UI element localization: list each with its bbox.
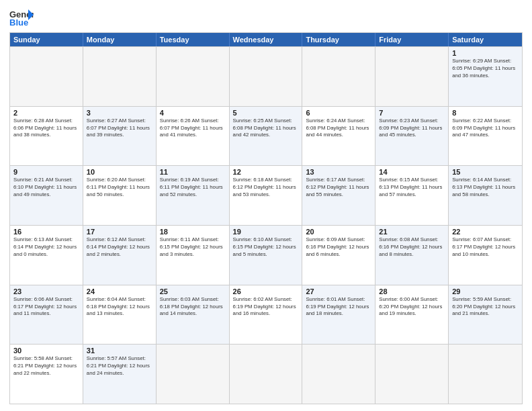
calendar-cell [302,345,375,404]
cell-info: Sunrise: 6:20 AM Sunset: 6:11 PM Dayligh… [87,177,152,199]
cell-info: Sunrise: 6:25 AM Sunset: 6:08 PM Dayligh… [233,118,299,140]
cell-info: Sunrise: 6:22 AM Sunset: 6:09 PM Dayligh… [452,118,519,140]
cell-info: Sunrise: 6:23 AM Sunset: 6:09 PM Dayligh… [379,118,445,140]
cell-info: Sunrise: 5:58 AM Sunset: 6:21 PM Dayligh… [13,355,79,377]
cell-info: Sunrise: 6:09 AM Sunset: 6:16 PM Dayligh… [306,236,371,259]
page: General Blue SundayMondayTuesdayWednesda… [0,0,532,411]
day-number: 7 [379,109,445,117]
calendar-row: 2Sunrise: 6:28 AM Sunset: 6:06 PM Daylig… [10,106,522,166]
calendar-cell [157,345,230,404]
cell-info: Sunrise: 6:18 AM Sunset: 6:12 PM Dayligh… [233,177,299,199]
calendar-cell: 13Sunrise: 6:17 AM Sunset: 6:12 PM Dayli… [302,166,375,225]
day-number: 16 [13,228,79,236]
day-number: 30 [13,347,79,355]
calendar-cell [449,345,522,404]
cell-info: Sunrise: 6:27 AM Sunset: 6:07 PM Dayligh… [87,118,152,140]
calendar-cell: 17Sunrise: 6:12 AM Sunset: 6:14 PM Dayli… [83,226,157,285]
calendar-cell [230,345,303,404]
cell-info: Sunrise: 6:08 AM Sunset: 6:16 PM Dayligh… [379,236,445,259]
day-number: 22 [452,228,519,236]
logo: General Blue [9,8,34,27]
header-day-wednesday: Wednesday [230,33,303,46]
day-number: 31 [87,347,152,355]
day-number: 4 [160,109,226,117]
calendar-cell [10,47,83,106]
header-day-tuesday: Tuesday [157,33,230,46]
day-number: 19 [233,228,299,236]
calendar-cell: 6Sunrise: 6:24 AM Sunset: 6:08 PM Daylig… [302,107,375,166]
calendar-row: 30Sunrise: 5:58 AM Sunset: 6:21 PM Dayli… [10,344,522,404]
calendar-row: 23Sunrise: 6:06 AM Sunset: 6:17 PM Dayli… [10,285,522,345]
cell-info: Sunrise: 6:04 AM Sunset: 6:18 PM Dayligh… [87,296,152,318]
calendar-cell: 27Sunrise: 6:01 AM Sunset: 6:19 PM Dayli… [302,285,375,345]
day-number: 10 [87,168,152,176]
day-number: 14 [379,168,445,176]
calendar-cell: 3Sunrise: 6:27 AM Sunset: 6:07 PM Daylig… [83,107,157,166]
header-day-monday: Monday [83,33,157,46]
header-day-friday: Friday [375,33,449,46]
calendar-body: 1Sunrise: 6:29 AM Sunset: 6:05 PM Daylig… [10,46,522,404]
calendar-cell [230,47,303,106]
cell-info: Sunrise: 6:06 AM Sunset: 6:17 PM Dayligh… [13,296,79,318]
calendar-cell: 15Sunrise: 6:14 AM Sunset: 6:13 PM Dayli… [449,166,522,225]
cell-info: Sunrise: 6:28 AM Sunset: 6:06 PM Dayligh… [13,118,79,140]
day-number: 5 [233,109,299,117]
calendar-cell [83,47,157,106]
calendar-cell: 23Sunrise: 6:06 AM Sunset: 6:17 PM Dayli… [10,285,83,345]
cell-info: Sunrise: 6:15 AM Sunset: 6:13 PM Dayligh… [379,177,445,199]
cell-info: Sunrise: 5:59 AM Sunset: 6:20 PM Dayligh… [452,296,519,318]
cell-info: Sunrise: 6:17 AM Sunset: 6:12 PM Dayligh… [306,177,371,199]
day-number: 8 [452,109,519,117]
calendar-cell: 2Sunrise: 6:28 AM Sunset: 6:06 PM Daylig… [10,107,83,166]
cell-info: Sunrise: 6:14 AM Sunset: 6:13 PM Dayligh… [452,177,519,199]
calendar-cell: 5Sunrise: 6:25 AM Sunset: 6:08 PM Daylig… [230,107,303,166]
day-number: 27 [306,287,371,295]
calendar: SundayMondayTuesdayWednesdayThursdayFrid… [9,32,523,404]
cell-info: Sunrise: 6:07 AM Sunset: 6:17 PM Dayligh… [452,236,519,259]
cell-info: Sunrise: 6:03 AM Sunset: 6:18 PM Dayligh… [160,296,226,318]
cell-info: Sunrise: 6:29 AM Sunset: 6:05 PM Dayligh… [452,58,519,80]
day-number: 18 [160,228,226,236]
cell-info: Sunrise: 6:00 AM Sunset: 6:20 PM Dayligh… [379,296,445,318]
calendar-cell: 22Sunrise: 6:07 AM Sunset: 6:17 PM Dayli… [449,226,522,285]
day-number: 23 [13,287,79,295]
header-day-sunday: Sunday [10,33,83,46]
calendar-cell: 20Sunrise: 6:09 AM Sunset: 6:16 PM Dayli… [302,226,375,285]
cell-info: Sunrise: 6:26 AM Sunset: 6:07 PM Dayligh… [160,118,226,140]
day-number: 9 [13,168,79,176]
calendar-row: 9Sunrise: 6:21 AM Sunset: 6:10 PM Daylig… [10,165,522,225]
calendar-cell: 21Sunrise: 6:08 AM Sunset: 6:16 PM Dayli… [375,226,449,285]
calendar-cell: 30Sunrise: 5:58 AM Sunset: 6:21 PM Dayli… [10,345,83,404]
cell-info: Sunrise: 6:13 AM Sunset: 6:14 PM Dayligh… [13,236,79,259]
day-number: 15 [452,168,519,176]
calendar-cell: 16Sunrise: 6:13 AM Sunset: 6:14 PM Dayli… [10,226,83,285]
calendar-cell: 31Sunrise: 5:57 AM Sunset: 6:21 PM Dayli… [83,345,157,404]
cell-info: Sunrise: 6:12 AM Sunset: 6:14 PM Dayligh… [87,236,152,259]
calendar-cell: 18Sunrise: 6:11 AM Sunset: 6:15 PM Dayli… [157,226,230,285]
calendar-cell: 7Sunrise: 6:23 AM Sunset: 6:09 PM Daylig… [375,107,449,166]
calendar-cell [375,47,449,106]
day-number: 1 [452,49,519,57]
calendar-cell: 9Sunrise: 6:21 AM Sunset: 6:10 PM Daylig… [10,166,83,225]
day-number: 11 [160,168,226,176]
day-number: 24 [87,287,152,295]
cell-info: Sunrise: 6:11 AM Sunset: 6:15 PM Dayligh… [160,236,226,259]
day-number: 26 [233,287,299,295]
day-number: 29 [452,287,519,295]
day-number: 25 [160,287,226,295]
header-day-saturday: Saturday [449,33,522,46]
calendar-cell: 28Sunrise: 6:00 AM Sunset: 6:20 PM Dayli… [375,285,449,345]
calendar-cell: 14Sunrise: 6:15 AM Sunset: 6:13 PM Dayli… [375,166,449,225]
calendar-cell: 12Sunrise: 6:18 AM Sunset: 6:12 PM Dayli… [230,166,303,225]
calendar-cell: 8Sunrise: 6:22 AM Sunset: 6:09 PM Daylig… [449,107,522,166]
calendar-cell: 26Sunrise: 6:02 AM Sunset: 6:19 PM Dayli… [230,285,303,345]
day-number: 13 [306,168,371,176]
calendar-cell: 1Sunrise: 6:29 AM Sunset: 6:05 PM Daylig… [449,47,522,106]
cell-info: Sunrise: 6:02 AM Sunset: 6:19 PM Dayligh… [233,296,299,318]
calendar-cell: 25Sunrise: 6:03 AM Sunset: 6:18 PM Dayli… [157,285,230,345]
day-number: 2 [13,109,79,117]
day-number: 6 [306,109,371,117]
cell-info: Sunrise: 6:24 AM Sunset: 6:08 PM Dayligh… [306,118,371,140]
header: General Blue [9,8,523,27]
cell-info: Sunrise: 5:57 AM Sunset: 6:21 PM Dayligh… [87,355,152,377]
